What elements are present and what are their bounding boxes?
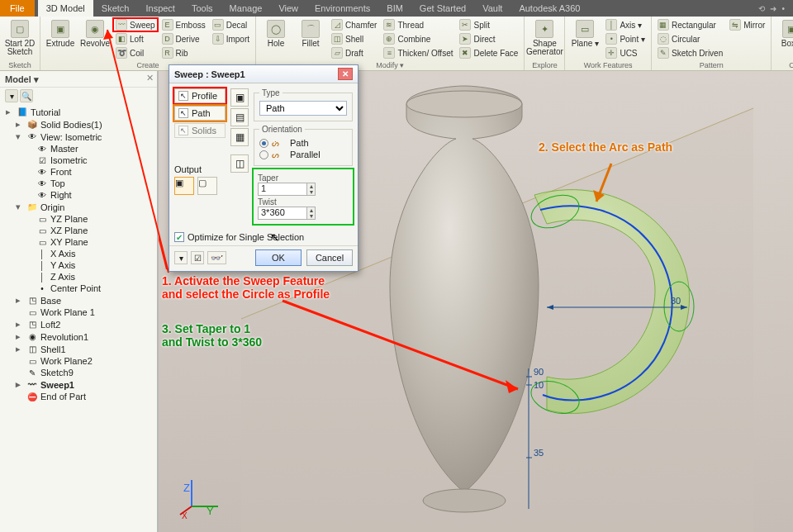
tree-item[interactable]: ▸◳Base <box>0 294 157 306</box>
tab-bim[interactable]: BIM <box>378 0 411 17</box>
orientation-parallel-radio[interactable]: ᔕ Parallel <box>259 149 347 160</box>
shell-button[interactable]: ◫Shell <box>329 32 379 45</box>
op-intersect-button[interactable]: ▦ <box>230 128 249 146</box>
split-button[interactable]: ✂Split <box>457 18 520 31</box>
tree-item[interactable]: ▭Work Plane2 <box>0 355 157 367</box>
derive-button[interactable]: DDerive <box>159 32 208 45</box>
tree-twisty-icon[interactable]: ▾ <box>16 202 24 212</box>
revolve-button[interactable]: ◉Revolve <box>78 18 112 48</box>
tree-item[interactable]: │Z Axis <box>0 271 157 283</box>
type-combo[interactable]: Path <box>259 101 347 116</box>
combine-button[interactable]: ⊕Combine <box>381 32 455 45</box>
box-button[interactable]: ▣Box ▾ <box>775 18 793 48</box>
taper-spinner[interactable]: ▴▾ <box>307 183 316 196</box>
op-cut-button[interactable]: ▤ <box>230 108 249 126</box>
tab-vault[interactable]: Vault <box>474 0 510 17</box>
tab-tools[interactable]: Tools <box>183 0 221 17</box>
tree-item[interactable]: ☑Isometric <box>0 154 157 166</box>
tree-item[interactable]: 👁Front <box>0 166 157 178</box>
rib-button[interactable]: RRib <box>159 46 208 59</box>
tree-twisty-icon[interactable]: ▾ <box>16 131 24 142</box>
rectangular-button[interactable]: ▦Rectangular <box>655 18 725 31</box>
tree-item[interactable]: ▸📘Tutorial <box>0 106 157 118</box>
tab-view[interactable]: View <box>270 0 306 17</box>
tree-item[interactable]: ▾👁View: Isometric <box>0 131 157 143</box>
mirror-button[interactable]: ⇋Mirror <box>727 18 767 31</box>
twist-input[interactable]: 3*360 <box>258 207 307 220</box>
draft-button[interactable]: ▱Draft <box>329 46 379 59</box>
op-join-button[interactable]: ▣ <box>230 88 249 107</box>
sketchdriven-button[interactable]: ✎Sketch Driven <box>655 46 725 59</box>
tab-3d-model[interactable]: 3D Model <box>38 0 93 17</box>
browser-close-icon[interactable]: ✕ <box>146 73 154 83</box>
dialog-expand-icon[interactable]: ▾ <box>174 251 188 264</box>
quick-redo-icon[interactable]: ➜ <box>770 4 776 13</box>
tree-item[interactable]: 👁Top <box>0 178 157 189</box>
tab-inspect[interactable]: Inspect <box>137 0 183 17</box>
plane-button[interactable]: ▭Plane ▾ <box>568 18 601 48</box>
sweep-button[interactable]: 〰Sweep <box>113 18 158 31</box>
deleteface-button[interactable]: ✖Delete Face <box>457 46 520 59</box>
circular-button[interactable]: ◌Circular <box>655 32 725 45</box>
op-newsolid-button[interactable]: ◫ <box>230 154 249 173</box>
model-tree[interactable]: ▸📘Tutorial▸📦Solid Bodies(1)▾👁View: Isome… <box>0 104 157 404</box>
tree-item[interactable]: 👁Master <box>0 143 157 154</box>
tree-twisty-icon[interactable]: ▸ <box>16 379 24 390</box>
tree-item[interactable]: ▭Work Plane 1 <box>0 306 157 318</box>
tab-environments[interactable]: Environments <box>306 0 378 17</box>
quick-more-icon[interactable]: • <box>781 4 785 13</box>
extrude-button[interactable]: ▣Extrude <box>44 18 77 48</box>
shape-gen-button[interactable]: ✦Shape Generator <box>528 18 561 56</box>
select-path-button[interactable]: ↖ Path <box>174 106 226 121</box>
tree-item[interactable]: ▾📁Origin <box>0 201 157 213</box>
tree-item[interactable]: ▸◫Shell1 <box>0 343 157 355</box>
cancel-button[interactable]: Cancel <box>306 249 353 266</box>
thicken-button[interactable]: ≡Thicken/ Offset <box>381 46 455 59</box>
file-menu[interactable]: File <box>0 0 35 17</box>
tree-twisty-icon[interactable]: ▸ <box>16 295 24 306</box>
coil-button[interactable]: ➰Coil <box>113 46 158 59</box>
thread-button[interactable]: ≋Thread <box>381 18 455 31</box>
point-button[interactable]: •Point ▾ <box>603 32 648 45</box>
ucs-button[interactable]: ✛UCS <box>603 46 648 59</box>
taper-input[interactable]: 1 <box>258 183 307 196</box>
loft-button[interactable]: ◧Loft <box>113 32 158 45</box>
import-button[interactable]: ⇩Import <box>210 32 252 45</box>
tab-sketch[interactable]: Sketch <box>93 0 138 17</box>
tree-item[interactable]: ▭XZ Plane <box>0 225 157 236</box>
tree-item[interactable]: ▸📦Solid Bodies(1) <box>0 118 157 131</box>
decal-button[interactable]: ▭Decal <box>210 18 252 31</box>
match-shape-toggle[interactable]: 👓ʼ <box>207 251 226 264</box>
tree-item[interactable]: ⛔End of Part <box>0 391 157 402</box>
tree-item[interactable]: ✎Sketch9 <box>0 367 157 378</box>
tree-twisty-icon[interactable]: ▸ <box>16 331 24 342</box>
optimize-checkbox[interactable]: ✔ <box>174 232 184 242</box>
tree-item[interactable]: ▭YZ Plane <box>0 213 157 225</box>
tree-item[interactable]: •Center Point <box>0 283 157 294</box>
tree-item[interactable]: │X Axis <box>0 248 157 259</box>
tree-twisty-icon[interactable]: ▸ <box>16 119 24 130</box>
output-surface-button[interactable]: ▢ <box>197 177 217 195</box>
hole-button[interactable]: ◯Hole <box>259 18 292 48</box>
tree-item[interactable]: ▸◉Revolution1 <box>0 330 157 343</box>
select-profile-button[interactable]: ↖ Profile <box>174 88 226 103</box>
tree-item[interactable]: ▸◳Loft2 <box>0 318 157 330</box>
ok-button[interactable]: OK <box>255 249 302 266</box>
tab-a360[interactable]: Autodesk A360 <box>510 0 588 17</box>
tab-get-started[interactable]: Get Started <box>411 0 474 17</box>
dialog-titlebar[interactable]: Sweep : Sweep1 ✕ <box>169 65 358 83</box>
dialog-close-icon[interactable]: ✕ <box>338 68 353 80</box>
axis-button[interactable]: │Axis ▾ <box>603 18 648 31</box>
twist-spinner[interactable]: ▴▾ <box>307 207 316 220</box>
browser-title[interactable]: Model ▾ <box>0 71 157 88</box>
tree-twisty-icon[interactable]: ▸ <box>16 319 24 330</box>
tree-item[interactable]: ▸〰Sweep1 <box>0 378 157 391</box>
browser-filter-icon[interactable]: ▾ <box>5 89 18 102</box>
emboss-button[interactable]: EEmboss <box>159 18 208 31</box>
tree-item[interactable]: ▭XY Plane <box>0 236 157 248</box>
tree-twisty-icon[interactable]: ▸ <box>16 344 24 354</box>
chamfer-button[interactable]: ◿Chamfer <box>329 18 379 31</box>
preview-check-icon[interactable]: ☑ <box>191 251 204 264</box>
tree-item[interactable]: 👁Right <box>0 189 157 201</box>
tab-manage[interactable]: Manage <box>221 0 271 17</box>
